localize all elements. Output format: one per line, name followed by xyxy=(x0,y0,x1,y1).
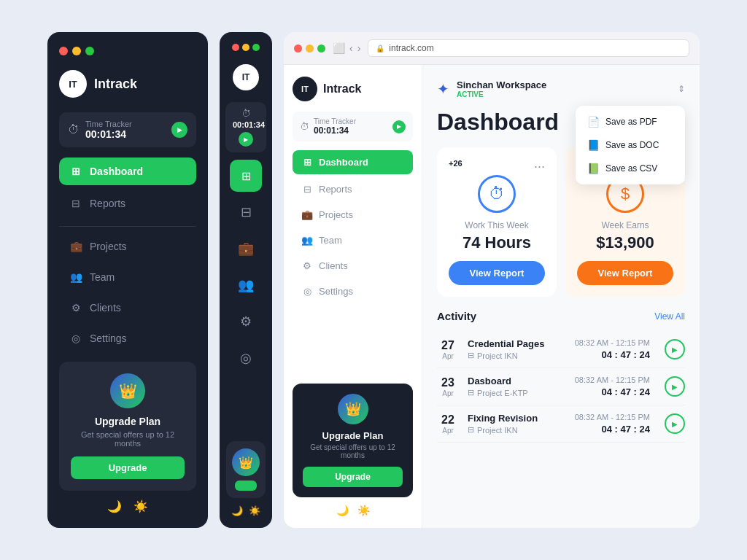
sidebar-item-team[interactable]: 👥 Team xyxy=(59,263,196,291)
workspace-info: ✦ Sinchan Workspace ACTIVE xyxy=(437,79,546,98)
sidebar-item-settings[interactable]: ◎ Settings xyxy=(59,324,196,352)
mini-team-icon: 👥 xyxy=(238,277,254,293)
mini-upgrade-btn[interactable] xyxy=(235,481,257,491)
settings-icon: ◎ xyxy=(69,332,82,344)
back-icon[interactable]: ‹ xyxy=(349,42,353,54)
minimize-dot[interactable] xyxy=(72,47,81,55)
url-bar[interactable]: 🔒 intrack.com xyxy=(368,39,689,57)
mini-maximize-dot[interactable] xyxy=(252,44,260,51)
activity-play-3[interactable]: ▶ xyxy=(665,413,685,434)
mini-nav-dashboard[interactable]: ⊞ xyxy=(230,160,262,192)
upgrade-button[interactable]: Upgrade xyxy=(71,456,185,479)
sidebar-item-dashboard[interactable]: ⊞ Dashboard xyxy=(59,158,196,185)
mini-light-icon[interactable]: ☀️ xyxy=(249,505,260,516)
main-nav-projects[interactable]: 💼 Projects xyxy=(293,203,413,227)
main-dashboard-label: Dashboard xyxy=(319,157,368,168)
lock-icon: 🔒 xyxy=(376,44,384,52)
forward-icon[interactable]: › xyxy=(357,42,361,54)
main-team-label: Team xyxy=(319,235,342,246)
mini-nav-reports[interactable]: ⊟ xyxy=(230,196,262,228)
mini-dashboard-icon: ⊞ xyxy=(241,169,251,183)
mini-theme-toggle: 🌙 ☀️ xyxy=(231,505,260,516)
url-text: intrack.com xyxy=(389,43,433,53)
activity-time-1: 08:32 AM - 12:15 PM xyxy=(575,338,650,347)
browser-bar: ⬜ ‹ › 🔒 intrack.com xyxy=(284,32,700,65)
main-content: IT Intrack ⏱ Time Tracker 00:01:34 ▶ ⊞ D… xyxy=(284,65,700,528)
main-upgrade-button[interactable]: Upgrade xyxy=(303,467,403,487)
mini-tracker-time: 00:01:34 xyxy=(233,120,259,129)
mini-nav-projects[interactable]: 💼 xyxy=(230,233,262,265)
main-sidebar: IT Intrack ⏱ Time Tracker 00:01:34 ▶ ⊞ D… xyxy=(284,65,422,528)
main-nav-clients[interactable]: ⚙ Clients xyxy=(293,254,413,278)
card-more-icon[interactable]: ··· xyxy=(534,159,545,174)
time-tracker-box: ⏱ Time Tracker 00:01:34 ▶ xyxy=(59,112,196,147)
activity-info-3: Fixing Revision ⊟ Project IKN xyxy=(468,413,566,435)
activity-info-1: Credential Pages ⊟ Project IKN xyxy=(468,338,566,360)
main-play-badge[interactable]: ▶ xyxy=(392,120,406,133)
team-icon: 👥 xyxy=(69,271,82,283)
logo-name: Intrack xyxy=(94,77,137,92)
main-nav-team[interactable]: 👥 Team xyxy=(293,228,413,252)
save-doc-item[interactable]: 📘 Save as DOC xyxy=(580,133,681,157)
main-tracker-info: Time Tracker 00:01:34 xyxy=(314,117,356,136)
tracker-time: 00:01:34 xyxy=(85,128,132,140)
light-theme-button[interactable]: ☀️ xyxy=(133,499,148,513)
main-team-icon: 👥 xyxy=(301,235,313,246)
mini-minimize-dot[interactable] xyxy=(242,44,249,51)
close-dot[interactable] xyxy=(59,47,68,55)
main-nav-settings[interactable]: ◎ Settings xyxy=(293,279,413,303)
save-pdf-item[interactable]: 📄 Save as PDF xyxy=(580,110,681,133)
mini-nav-team[interactable]: 👥 xyxy=(230,269,262,301)
work-week-value: 74 Hours xyxy=(449,233,545,252)
settings-label: Settings xyxy=(90,332,127,344)
csv-icon: 📗 xyxy=(587,163,600,174)
view-all-link[interactable]: View All xyxy=(654,311,685,322)
mini-nav-clients[interactable]: ⚙ xyxy=(230,306,262,338)
mini-dark-icon[interactable]: 🌙 xyxy=(231,505,243,516)
activity-play-1[interactable]: ▶ xyxy=(665,339,685,359)
sidebar-item-reports[interactable]: ⊟ Reports xyxy=(59,190,196,217)
activity-month-1: Apr xyxy=(437,352,459,360)
sidebar-item-clients[interactable]: ⚙ Clients xyxy=(59,294,196,322)
activity-day-3: 22 xyxy=(437,413,459,427)
mini-window-controls xyxy=(232,44,260,51)
activity-row-1: 27 Apr Credential Pages ⊟ Project IKN 08… xyxy=(437,331,685,368)
team-label: Team xyxy=(90,271,115,283)
browser-minimize[interactable] xyxy=(306,44,314,52)
timer-icon: ⏱ xyxy=(68,123,80,136)
mini-close-dot[interactable] xyxy=(232,44,239,51)
main-upgrade-title: Upgrade Plan xyxy=(303,430,403,441)
save-csv-label: Save as CSV xyxy=(605,163,657,174)
main-light-icon[interactable]: ☀️ xyxy=(357,505,370,516)
mini-play-badge[interactable]: ▶ xyxy=(239,132,253,147)
mini-nav-settings[interactable]: ◎ xyxy=(230,342,262,374)
work-week-label: Work This Week xyxy=(449,220,545,230)
activity-date-2: 23 Apr xyxy=(437,376,459,397)
browser-maximize[interactable] xyxy=(317,44,325,52)
activity-project-1: ⊟ Project IKN xyxy=(468,351,566,360)
week-earns-label: Week Earns xyxy=(577,220,673,230)
logo-initials: IT xyxy=(59,70,87,98)
activity-title: Activity xyxy=(437,310,476,322)
sidebar-item-projects[interactable]: 💼 Projects xyxy=(59,233,196,260)
workspace-chevron-icon[interactable]: ⇕ xyxy=(678,84,685,94)
activity-play-2[interactable]: ▶ xyxy=(665,376,685,397)
project-icon-3: ⊟ xyxy=(468,425,474,435)
save-doc-label: Save as DOC xyxy=(605,140,659,150)
maximize-dot[interactable] xyxy=(85,47,94,55)
view-report-button-blue[interactable]: View Report xyxy=(449,261,545,285)
activity-row-2: 23 Apr Dasboard ⊟ Project E-KTP 08:32 AM… xyxy=(437,368,685,405)
browser-close[interactable] xyxy=(294,44,302,52)
main-timer-icon: ⏱ xyxy=(300,121,309,132)
activity-month-3: Apr xyxy=(437,427,459,435)
main-dark-icon[interactable]: 🌙 xyxy=(336,505,349,516)
view-report-button-orange[interactable]: View Report xyxy=(577,261,673,285)
main-clients-icon: ⚙ xyxy=(301,260,313,271)
window-controls xyxy=(59,47,196,55)
save-csv-item[interactable]: 📗 Save as CSV xyxy=(580,157,681,180)
tracker-play-badge[interactable]: ▶ xyxy=(171,122,187,138)
dashboard-area: ✦ Sinchan Workspace ACTIVE ⇕ Dashboard 📄… xyxy=(422,65,700,528)
dark-theme-button[interactable]: 🌙 xyxy=(107,499,122,513)
main-nav-reports[interactable]: ⊟ Reports xyxy=(293,177,413,201)
main-nav-dashboard[interactable]: ⊞ Dashboard xyxy=(293,150,413,174)
